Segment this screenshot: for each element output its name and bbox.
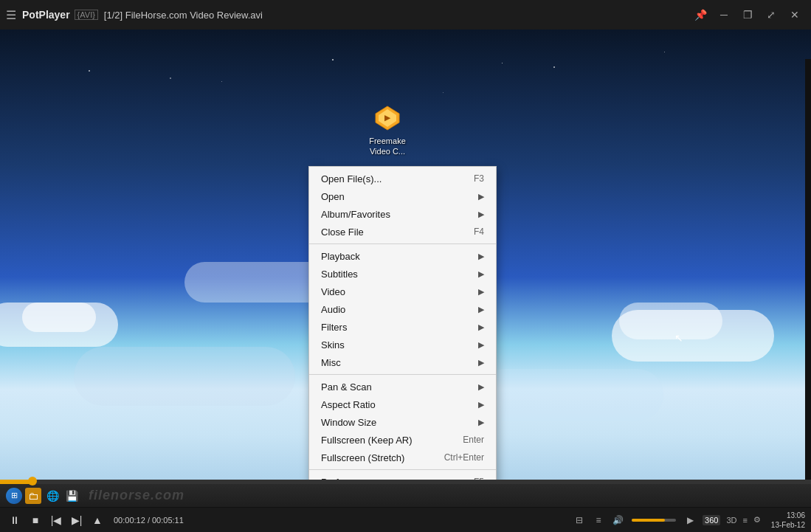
start-button[interactable]: ⊞ (6, 488, 22, 504)
controls-bar: ⊞ 🗀 🌐 💾 filenorse.com ⏸ ■ |◀ ▶| ▲ 00:00:… (0, 480, 811, 532)
menu-item-window-size[interactable]: Window Size▶ (309, 413, 496, 431)
menu-arrow-video: ▶ (478, 287, 484, 297)
time-display: 00:00:12 / 00:05:11 (114, 516, 184, 525)
mini-button[interactable]: ⊟ (571, 512, 587, 528)
menu-item-skins[interactable]: Skins▶ (309, 336, 496, 353)
menu-item-fullscreen-keep-ar[interactable]: Fullscreen (Keep AR)Enter (309, 431, 496, 449)
menu-arrow-open: ▶ (478, 192, 484, 201)
menu-label-aspect-ratio: Aspect Ratio (321, 399, 376, 410)
menu-shortcut-open-files: F3 (474, 173, 484, 184)
menu-separator (309, 469, 496, 470)
menu-shortcut-fullscreen-stretch: Ctrl+Enter (444, 452, 484, 463)
menu-label-pan-scan: Pan & Scan (321, 381, 372, 393)
menu-item-pan-scan[interactable]: Pan & Scan▶ (309, 378, 496, 395)
floppy-button[interactable]: 💾 (63, 488, 80, 504)
menu-shortcut-preferences: F5 (474, 477, 484, 480)
settings-badge[interactable]: ⚙ (753, 515, 761, 525)
progress-bar[interactable] (0, 480, 811, 484)
file-title: [1/2] FileHorse.com Video Review.avi (104, 10, 690, 21)
next-button[interactable]: ▶| (68, 511, 86, 529)
menu-button[interactable]: ☰ (6, 8, 16, 22)
menu-label-album-favorites: Album/Favorites (321, 209, 390, 220)
menu-item-subtitles[interactable]: Subtitles▶ (309, 265, 496, 283)
prev-button[interactable]: |◀ (47, 511, 65, 529)
svg-text:▶: ▶ (384, 114, 391, 122)
menu-item-audio[interactable]: Audio▶ (309, 300, 496, 318)
pin-button[interactable]: 📌 (690, 4, 711, 25)
menu-label-audio: Audio (321, 304, 345, 315)
menu-item-close-file[interactable]: Close FileF4 (309, 223, 496, 241)
menu-label-window-size: Window Size (321, 417, 376, 428)
stop-button[interactable]: ■ (27, 511, 44, 529)
menu-arrow-subtitles: ▶ (478, 269, 484, 279)
resolution-badge[interactable]: 360 (703, 515, 720, 525)
minimize-button[interactable]: ─ (714, 4, 734, 25)
progress-handle[interactable] (28, 477, 37, 486)
menu-item-preferences[interactable]: Preferences...F5 (309, 473, 496, 480)
menu-item-fullscreen-stretch[interactable]: Fullscreen (Stretch)Ctrl+Enter (309, 449, 496, 466)
menu-arrow-skins: ▶ (478, 340, 484, 350)
speaker-right[interactable]: ▶ (682, 512, 698, 528)
menu-item-misc[interactable]: Misc▶ (309, 353, 496, 371)
restore-button[interactable]: ❐ (737, 4, 758, 25)
3d-badge[interactable]: 3D (726, 516, 736, 525)
menu-item-video[interactable]: Video▶ (309, 283, 496, 300)
volume-fill (632, 519, 665, 522)
menu-item-album-favorites[interactable]: Album/Favorites▶ (309, 205, 496, 223)
volume-icon: 🔊 (610, 512, 626, 528)
close-button[interactable]: ✕ (784, 4, 805, 25)
app-name: PotPlayer (22, 9, 70, 21)
menu-item-open[interactable]: Open▶ (309, 187, 496, 205)
menu-label-open-files: Open File(s)... (321, 173, 382, 184)
menu-label-filters: Filters (321, 322, 347, 333)
menu-item-playback[interactable]: Playback▶ (309, 247, 496, 265)
open-button[interactable]: ▲ (89, 511, 106, 529)
menu-item-filters[interactable]: Filters▶ (309, 318, 496, 336)
watermark: filenorse.com (89, 488, 184, 503)
menu-arrow-pan-scan: ▶ (478, 382, 484, 392)
menu-label-skins: Skins (321, 339, 345, 350)
menu-arrow-playback: ▶ (478, 252, 484, 261)
maximize-button[interactable]: ⤢ (761, 4, 781, 25)
context-menu: Open File(s)...F3Open▶Album/Favorites▶Cl… (308, 166, 497, 480)
folder-button[interactable]: 🗀 (25, 488, 41, 504)
menu-label-subtitles: Subtitles (321, 269, 358, 280)
scrollbar-edge (805, 59, 811, 480)
eq-button[interactable]: ≡ (590, 512, 607, 528)
menu-item-open-files[interactable]: Open File(s)...F3 (309, 170, 496, 187)
format-tag: {AVI} (75, 10, 98, 20)
menu-arrow-audio: ▶ (478, 305, 484, 314)
menu-label-video: Video (321, 286, 345, 297)
menu-separator (309, 243, 496, 244)
menu-label-open: Open (321, 191, 345, 202)
menu-arrow-aspect-ratio: ▶ (478, 400, 484, 410)
menu-arrow-window-size: ▶ (478, 418, 484, 427)
playback-row: ⏸ ■ |◀ ▶| ▲ 00:00:12 / 00:05:11 ⊟ ≡ 🔊 ▶ … (0, 508, 811, 532)
play-pause-button[interactable]: ⏸ (6, 511, 24, 529)
menu-label-preferences: Preferences... (321, 477, 381, 480)
video-area[interactable]: ▶ FreemakeVideo C... ↖ Open File(s)...F3… (0, 30, 811, 480)
menu-arrow-filters: ▶ (478, 322, 484, 332)
menu-shortcut-close-file: F4 (474, 227, 484, 237)
menu-label-playback: Playback (321, 251, 360, 262)
menu-arrow-misc: ▶ (478, 358, 484, 367)
menu-label-misc: Misc (321, 357, 341, 368)
menu-label-close-file: Close File (321, 227, 364, 238)
volume-slider[interactable] (632, 519, 676, 522)
firefox-button[interactable]: 🌐 (44, 488, 61, 504)
menu-label-fullscreen-keep-ar: Fullscreen (Keep AR) (321, 435, 413, 446)
right-controls: ⊟ ≡ 🔊 ▶ 360 3D ≡ ⚙ 13:06 13-Feb-12 (571, 511, 805, 530)
desktop-icon: ▶ FreemakeVideo C... (362, 103, 413, 157)
menu-separator (309, 374, 496, 375)
menu-item-aspect-ratio[interactable]: Aspect Ratio▶ (309, 395, 496, 413)
menu-shortcut-fullscreen-keep-ar: Enter (463, 435, 484, 445)
window-controls: 📌 ─ ❐ ⤢ ✕ (690, 4, 805, 25)
list-badge[interactable]: ≡ (742, 516, 747, 525)
menu-arrow-album-favorites: ▶ (478, 210, 484, 219)
titlebar: ☰ PotPlayer {AVI} [1/2] FileHorse.com Vi… (0, 0, 811, 30)
clock-display: 13:06 13-Feb-12 (771, 511, 805, 530)
menu-label-fullscreen-stretch: Fullscreen (Stretch) (321, 452, 404, 463)
taskbar-row: ⊞ 🗀 🌐 💾 filenorse.com (0, 484, 811, 508)
